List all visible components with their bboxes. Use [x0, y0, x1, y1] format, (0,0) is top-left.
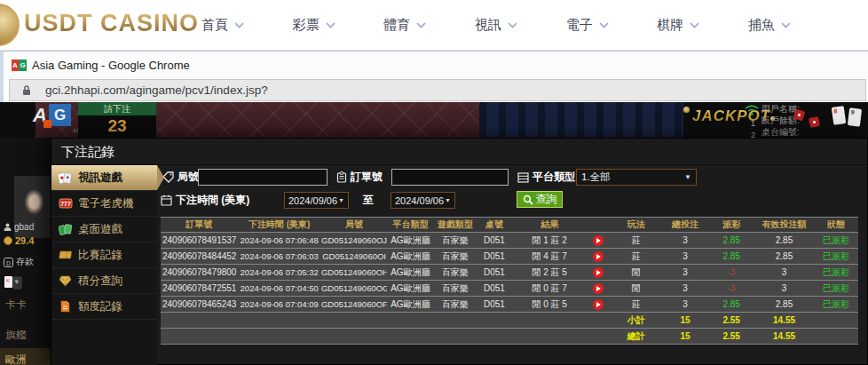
- lock-icon[interactable]: [21, 84, 32, 97]
- cell-total-bet: 3: [662, 281, 708, 297]
- nav-item-label: 捕魚: [748, 17, 775, 34]
- sidebar-item[interactable]: 視訊遊戲: [51, 165, 157, 191]
- replay-play-icon[interactable]: [593, 251, 604, 262]
- cell-play: 閒: [611, 265, 662, 281]
- replay-play-icon[interactable]: [593, 283, 604, 294]
- browser-title-bar: AG Asia Gaming - Google Chrome: [0, 51, 868, 78]
- bg-menu-item[interactable]: 旗艦: [5, 328, 27, 343]
- cell-table-no: D051: [477, 249, 512, 265]
- order-number-input[interactable]: [391, 169, 509, 186]
- cell-round: GD051249060OH: [321, 265, 387, 281]
- cell-platform: AG歐洲廳: [387, 233, 433, 249]
- search-button[interactable]: 查詢: [517, 191, 563, 208]
- nav-item[interactable]: 捕魚: [748, 17, 791, 34]
- nav-item[interactable]: 電子: [566, 17, 609, 34]
- cell-total-bet: 3: [662, 233, 708, 249]
- cell-play: 閒: [611, 281, 662, 297]
- balance-amount: 29.4: [15, 235, 34, 246]
- playing-card: 9: [848, 107, 862, 127]
- cell-game: 百家樂: [434, 233, 477, 249]
- cell-platform: AG歐洲廳: [387, 249, 433, 265]
- info-label: 桌台編號:: [761, 126, 800, 138]
- chevron-down-icon: [416, 22, 426, 28]
- cell-result: 閒 1 莊 2: [512, 233, 587, 249]
- cell-replay[interactable]: [587, 233, 610, 249]
- column-header: 局號: [321, 218, 387, 233]
- list-icon: [517, 172, 529, 183]
- sidebar-item[interactable]: 積分查詢: [51, 268, 157, 294]
- sidebar-item[interactable]: 桌面遊戲: [51, 217, 157, 242]
- cell-replay[interactable]: [587, 265, 610, 281]
- cell-payout: 2.85: [708, 249, 754, 265]
- date-to-picker[interactable]: 2024/09/06 ▼: [391, 192, 455, 209]
- cell-status: 已派彩: [814, 233, 858, 249]
- cell-payout: -3: [708, 265, 754, 281]
- chevron-down-icon: [781, 22, 791, 28]
- bg-menu-item[interactable]: 卡卡: [5, 298, 27, 313]
- coin-logo-icon: [0, 4, 20, 46]
- cell-result: 閒 0 莊 5: [512, 297, 587, 313]
- cell-result: 閒 2 莊 5: [512, 265, 587, 281]
- dropdown-arrow-icon: ▼: [445, 197, 451, 203]
- site-top-nav: USDT CASINO 首頁彩票體育視訊電子棋牌捕魚: [0, 0, 868, 51]
- column-header: 結果: [512, 218, 587, 233]
- table-header-row: 訂單號下注時間 (美東)局號平台類型遊戲類型桌號結果玩法總投注派彩有效投注額狀態: [161, 218, 858, 233]
- session-info-labels: 用戶名稱:賬戶餘額:桌台編號:: [761, 103, 800, 138]
- grand-total-valid-bet: 14.55: [754, 329, 813, 345]
- cell-time: 2024-09-06 07:04:09: [237, 297, 320, 313]
- nav-item[interactable]: 首頁: [201, 17, 244, 34]
- deposit-label[interactable]: 存款: [16, 256, 34, 268]
- grand-total-row: 總計 15 2.55 14.55: [161, 329, 858, 345]
- replay-play-icon[interactable]: [593, 235, 604, 246]
- deposit-icon: D: [4, 258, 13, 267]
- nav-item[interactable]: 視訊: [475, 17, 517, 34]
- cell-valid-bet: 2.85: [754, 233, 813, 249]
- bet-time-filter-label: 下注時間 (美東): [161, 193, 249, 208]
- cell-replay[interactable]: [587, 249, 610, 265]
- bg-menu-item-active[interactable]: 歐洲: [0, 348, 51, 365]
- order-filter-label: 訂單號: [336, 170, 383, 185]
- nav-item[interactable]: 彩票: [293, 17, 335, 34]
- round-filter-label: 局號: [162, 170, 199, 185]
- column-header: 玩法: [611, 218, 662, 233]
- cell-payout: 2.85: [708, 233, 754, 249]
- svg-text:777: 777: [60, 201, 71, 207]
- cell-order: 240906078479800: [161, 265, 237, 281]
- round-number-input[interactable]: [198, 169, 327, 186]
- sidebar-item[interactable]: 額度記錄: [51, 294, 157, 320]
- deposit-row[interactable]: D 存款: [4, 256, 34, 268]
- cell-valid-bet: 2.85: [754, 297, 813, 313]
- coin-decoration: [683, 107, 690, 113]
- address-bar[interactable]: gci.2hhapi.com/agingame/pcv1/index.jsp?: [9, 79, 866, 101]
- nav-item-label: 體育: [383, 17, 410, 34]
- chevron-down-icon: [690, 22, 699, 28]
- dropdown-arrow-icon: ▼: [338, 197, 344, 203]
- replay-play-icon[interactable]: [593, 299, 604, 310]
- bet-prompt: 請下注: [78, 102, 156, 115]
- column-header: 平台類型: [387, 218, 433, 233]
- table-row: 2409060784652432024-09-06 07:04:09GD0512…: [161, 297, 858, 313]
- date-from-picker[interactable]: 2024/09/06 ▼: [284, 192, 349, 209]
- replay-play-icon[interactable]: [593, 267, 604, 278]
- sidebar-item[interactable]: 777電子老虎機: [51, 191, 157, 217]
- cell-replay[interactable]: [587, 281, 610, 297]
- bet-records-table: 訂單號下注時間 (美東)局號平台類型遊戲類型桌號結果玩法總投注派彩有效投注額狀態…: [161, 217, 858, 345]
- nav-item[interactable]: 棋牌: [657, 17, 699, 34]
- playing-card: 8: [832, 106, 847, 125]
- cell-status: 已派彩: [814, 265, 858, 281]
- column-header: [587, 218, 610, 233]
- nav-item-label: 電子: [566, 17, 593, 34]
- panel-title: 下注記錄: [51, 139, 867, 165]
- sidebar-item-label: 桌面遊戲: [78, 222, 122, 237]
- cell-replay[interactable]: [587, 297, 610, 313]
- countdown-timer: 23: [78, 115, 156, 137]
- cell-play: 莊: [611, 233, 662, 249]
- sidebar-item[interactable]: 比賽記錄: [51, 242, 157, 268]
- cell-platform: AG歐洲廳: [387, 281, 433, 297]
- svg-text:K: K: [6, 278, 10, 283]
- nav-item[interactable]: 體育: [383, 17, 426, 34]
- site-logo[interactable]: USDT CASINO: [24, 10, 199, 37]
- cell-game: 百家樂: [434, 281, 477, 297]
- platform-type-dropdown[interactable]: 1.全部 ▼: [576, 169, 697, 186]
- chevron-down-icon: [234, 22, 244, 28]
